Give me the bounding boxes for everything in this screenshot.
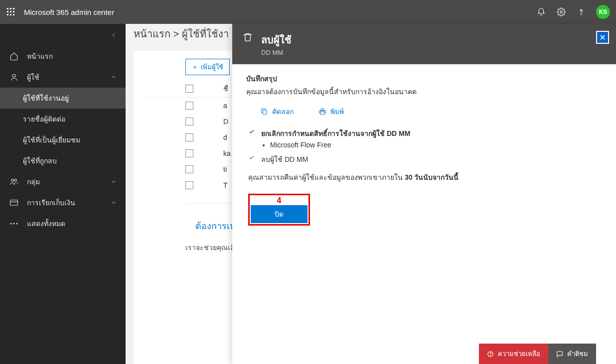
more-icon bbox=[9, 222, 19, 225]
chevron-down-icon bbox=[111, 179, 117, 185]
user-avatar[interactable]: KS bbox=[596, 5, 610, 19]
sidebar-label-showall: แสดงทั้งหมด bbox=[27, 218, 65, 229]
chevron-down-icon bbox=[111, 200, 117, 206]
svg-point-9 bbox=[560, 11, 563, 13]
column-name-header[interactable]: ชื่ bbox=[223, 83, 228, 94]
topbar: Microsoft 365 admin center KS bbox=[0, 0, 616, 24]
sidebar-label-groups: กลุ่ม bbox=[27, 176, 40, 187]
add-user-button[interactable]: เพิ่มผู้ใช้ bbox=[185, 59, 230, 75]
summary-description: คุณอาจต้องการบันทึกข้อมูลนี้สำหรับการอ้า… bbox=[246, 86, 602, 97]
svg-point-17 bbox=[16, 223, 18, 225]
chat-icon bbox=[556, 351, 563, 358]
copy-icon bbox=[260, 108, 268, 116]
status-license-removed: ยกเลิกการกำหนดสิทธิ์การใช้งานจากผู้ใช้ D… bbox=[248, 128, 602, 149]
svg-point-11 bbox=[12, 74, 15, 77]
collapse-sidebar-button[interactable] bbox=[0, 24, 126, 46]
svg-rect-19 bbox=[320, 112, 324, 115]
svg-point-12 bbox=[11, 179, 14, 182]
flyout-title: ลบผู้ใช้ bbox=[261, 32, 292, 48]
footer-actions: ความช่วยเหลือ คำติชม bbox=[479, 344, 596, 364]
billing-icon bbox=[9, 198, 19, 207]
delete-user-flyout: ลบผู้ใช้ DD MM บันทึกสรุป คุณอาจต้องการบ… bbox=[232, 24, 616, 364]
recovery-notice: คุณสามารถคืนค่าผู้ใช้และข้อมูลของพวกเขาภ… bbox=[248, 172, 602, 183]
app-launcher-icon[interactable] bbox=[6, 7, 16, 17]
groups-icon bbox=[9, 177, 19, 186]
print-button[interactable]: พิมพ์ bbox=[318, 106, 344, 117]
svg-rect-7 bbox=[10, 14, 11, 15]
settings-gear-icon[interactable] bbox=[556, 7, 566, 17]
user-icon bbox=[9, 73, 19, 82]
svg-rect-4 bbox=[10, 11, 11, 12]
checkmark-icon bbox=[248, 154, 255, 161]
sidebar-label-users: ผู้ใช้ bbox=[27, 72, 39, 83]
status-user-deleted: ลบผู้ใช้ DD MM bbox=[248, 154, 602, 165]
app-title: Microsoft 365 admin center bbox=[24, 8, 114, 16]
sidebar-label-home: หน้าแรก bbox=[27, 51, 53, 62]
sidebar-label-billing: การเรียกเก็บเงิน bbox=[27, 197, 75, 208]
summary-title: บันทึกสรุป bbox=[246, 73, 602, 84]
chevron-up-icon bbox=[111, 74, 117, 80]
close-flyout-button[interactable] bbox=[596, 31, 609, 44]
plus-icon bbox=[192, 64, 198, 70]
sidebar-item-billing[interactable]: การเรียกเก็บเงิน bbox=[0, 192, 126, 213]
copy-button[interactable]: คัดลอก bbox=[260, 106, 294, 117]
sidebar-item-home[interactable]: หน้าแรก bbox=[0, 46, 126, 67]
svg-point-10 bbox=[581, 14, 581, 14]
svg-rect-14 bbox=[10, 200, 18, 206]
flyout-header: ลบผู้ใช้ DD MM bbox=[232, 24, 616, 64]
row-checkbox[interactable] bbox=[185, 165, 193, 173]
sidebar-item-groups[interactable]: กลุ่ม bbox=[0, 171, 126, 192]
row-checkbox[interactable] bbox=[185, 118, 193, 125]
svg-rect-1 bbox=[10, 8, 11, 9]
svg-rect-3 bbox=[7, 11, 8, 12]
sidebar: หน้าแรก ผู้ใช้ ผู้ใช้ที่ใช้งานอยู่ รายชื… bbox=[0, 24, 126, 364]
sidebar-item-active-users[interactable]: ผู้ใช้ที่ใช้งานอยู่ bbox=[0, 88, 126, 109]
callout-number: 4 bbox=[251, 196, 308, 205]
row-checkbox[interactable] bbox=[185, 133, 193, 141]
svg-rect-0 bbox=[7, 8, 8, 9]
svg-point-15 bbox=[10, 223, 12, 225]
row-checkbox[interactable] bbox=[185, 102, 193, 110]
svg-rect-8 bbox=[13, 14, 14, 15]
close-icon bbox=[599, 34, 606, 41]
sidebar-item-contacts[interactable]: รายชื่อผู้ติดต่อ bbox=[0, 109, 126, 129]
home-icon bbox=[9, 52, 19, 61]
svg-point-16 bbox=[13, 223, 15, 225]
sidebar-item-show-all[interactable]: แสดงทั้งหมด bbox=[0, 213, 126, 234]
checkmark-icon bbox=[248, 128, 255, 135]
callout-highlight: 4 ปิด bbox=[248, 194, 310, 226]
row-checkbox[interactable] bbox=[185, 149, 193, 157]
sidebar-item-users[interactable]: ผู้ใช้ bbox=[0, 67, 126, 88]
help-icon[interactable] bbox=[576, 7, 586, 17]
flyout-subtitle: DD MM bbox=[261, 49, 292, 56]
svg-rect-5 bbox=[13, 11, 14, 12]
svg-point-13 bbox=[14, 179, 17, 182]
chevron-left-icon bbox=[111, 32, 117, 38]
svg-rect-6 bbox=[7, 14, 8, 15]
svg-point-21 bbox=[490, 355, 491, 356]
select-all-checkbox[interactable] bbox=[185, 85, 193, 93]
notifications-icon[interactable] bbox=[536, 7, 546, 17]
help-footer-button[interactable]: ความช่วยเหลือ bbox=[479, 344, 548, 364]
print-icon bbox=[318, 108, 326, 116]
sidebar-item-deleted-users[interactable]: ผู้ใช้ที่ถูกลบ bbox=[0, 150, 126, 171]
svg-rect-2 bbox=[13, 8, 14, 9]
sidebar-item-guest-users[interactable]: ผู้ใช้ที่เป็นผู้เยี่ยมชม bbox=[0, 129, 126, 150]
trash-icon bbox=[242, 32, 253, 43]
feedback-footer-button[interactable]: คำติชม bbox=[548, 344, 596, 364]
help-circle-icon bbox=[487, 351, 494, 358]
svg-rect-18 bbox=[263, 110, 267, 114]
close-button[interactable]: ปิด bbox=[251, 205, 308, 223]
row-checkbox[interactable] bbox=[185, 181, 193, 189]
